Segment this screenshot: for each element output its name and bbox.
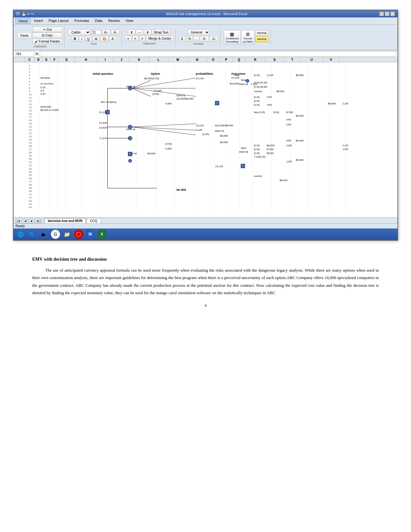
taskbar: 🌐 🔵 ▶ G 📁 ⭕ W X	[14, 228, 397, 240]
underline-button[interactable]: U	[85, 36, 92, 42]
svg-text:24,625: 24,625	[99, 126, 107, 129]
taskbar-icon-play[interactable]: ▶	[39, 230, 48, 239]
quick-access: 💾 ↩ ↪	[22, 12, 34, 16]
svg-text:2,125: 2,125	[343, 102, 348, 105]
svg-rect-165	[128, 152, 132, 156]
col-i[interactable]: I	[97, 57, 113, 62]
paste-button[interactable]: Paste	[17, 32, 32, 39]
align-middle-button[interactable]: ↔	[136, 30, 143, 35]
decimal-decrease-button[interactable]: .0↓	[210, 36, 218, 42]
minimize-btn[interactable]: _	[379, 12, 384, 16]
sheet-nav-prev[interactable]: ◄	[23, 219, 28, 223]
dollar-format-button[interactable]: $	[179, 36, 185, 42]
sheet-nav-last[interactable]: ►|	[35, 219, 42, 223]
menu-home[interactable]: Home	[15, 18, 31, 24]
svg-text:$8,500: $8,500	[296, 74, 304, 77]
col-h[interactable]: H	[75, 57, 97, 62]
col-c[interactable]: C	[25, 57, 34, 62]
menu-insert[interactable]: Insert	[31, 18, 45, 24]
svg-text:10: 10	[29, 93, 32, 96]
doc-paragraph-1: The use of anticipated currency appraisa…	[32, 266, 379, 297]
col-v[interactable]: V	[323, 57, 339, 62]
col-k[interactable]: K	[130, 57, 149, 62]
percent-format-button[interactable]: %	[186, 36, 193, 42]
normal-style-button[interactable]: Normal	[255, 30, 269, 36]
comma-format-button[interactable]: ,	[194, 36, 199, 42]
svg-text:EMV=$: EMV=$	[240, 83, 248, 86]
svg-text:$5,000: $5,000	[296, 114, 304, 117]
align-center-button[interactable]: ≡	[132, 36, 139, 41]
svg-text:15: 15	[29, 109, 32, 112]
format-as-table-button[interactable]: ⊞ Format as Table	[241, 30, 255, 45]
conditional-formatting-button[interactable]: ▦ Conditional Formatting	[224, 30, 240, 45]
col-g[interactable]: G	[59, 57, 75, 62]
corner-cell	[14, 57, 25, 62]
align-left-button[interactable]: ≡	[125, 36, 132, 41]
font-shrink-button[interactable]: A↓	[111, 30, 120, 35]
svg-text:8: 8	[29, 87, 31, 90]
align-top-button[interactable]: ⬆	[128, 30, 135, 35]
bold-button[interactable]: B	[72, 36, 78, 42]
taskbar-icon-blue[interactable]: 🔵	[28, 230, 37, 239]
col-t[interactable]: T	[284, 57, 300, 62]
title-bar: 🗔 💾 ↩ ↪ 964418-risk management v2-excel …	[14, 10, 397, 17]
font-color-button[interactable]: A	[109, 36, 116, 42]
align-bottom-button[interactable]: ⬇	[144, 30, 151, 35]
col-l[interactable]: L	[149, 57, 168, 62]
col-o[interactable]: O	[207, 57, 220, 62]
format-painter-button[interactable]: 🖌 Format Painter	[33, 39, 63, 44]
col-d[interactable]: D	[34, 57, 43, 62]
menu-formulas[interactable]: Formulas	[72, 18, 92, 24]
border-button[interactable]: ⊞	[93, 36, 100, 42]
sheet-tab-eoq[interactable]: EOQ	[87, 218, 101, 223]
neutral-style-button[interactable]: Neutral	[255, 36, 269, 42]
col-u[interactable]: U	[300, 57, 323, 62]
svg-point-87	[128, 136, 132, 140]
copy-button[interactable]: ⧉ Copy	[33, 33, 63, 38]
align-right-button[interactable]: ≡	[139, 36, 146, 41]
col-m[interactable]: M	[168, 57, 188, 62]
taskbar-icon-google[interactable]: G	[51, 230, 60, 239]
taskbar-icon-excel[interactable]: X	[97, 230, 106, 239]
svg-text:(0.25): (0.25)	[254, 152, 260, 155]
sheet-nav-first[interactable]: |◄	[15, 219, 22, 223]
col-q[interactable]: Q	[233, 57, 246, 62]
svg-text:$5,000: $5,000	[296, 159, 304, 161]
font-grow-button[interactable]: A↑	[102, 30, 111, 35]
italic-button[interactable]: I	[79, 36, 84, 42]
alignment-label: Alignment	[143, 42, 156, 45]
maximize-btn[interactable]: □	[385, 12, 389, 16]
menu-review[interactable]: Review	[106, 18, 122, 24]
col-j[interactable]: J	[113, 57, 130, 62]
menu-page-layout[interactable]: Page Layout	[46, 18, 71, 24]
close-btn[interactable]: ✕	[390, 12, 395, 16]
menu-data[interactable]: Data	[92, 18, 105, 24]
col-n[interactable]: N	[188, 57, 207, 62]
formula-input[interactable]	[40, 51, 396, 56]
svg-text:38: 38	[29, 183, 32, 186]
taskbar-icon-folder[interactable]: 📁	[63, 230, 72, 239]
taskbar-icon-circle[interactable]: ⭕	[74, 230, 83, 239]
cell-ref-input[interactable]	[15, 51, 34, 56]
sheet-nav-next[interactable]: ►	[29, 219, 34, 223]
col-e[interactable]: E	[43, 57, 51, 62]
cut-button[interactable]: ✂ Cut	[33, 27, 63, 32]
taskbar-icon-word[interactable]: W	[86, 230, 95, 239]
col-p[interactable]: P	[220, 57, 233, 62]
wrap-text-button[interactable]: Wrap Text	[152, 30, 171, 35]
fill-color-button[interactable]: 🎨	[100, 36, 109, 42]
col-f[interactable]: F	[51, 57, 59, 62]
decimal-increase-button[interactable]: .0↑	[200, 36, 209, 42]
font-size-input[interactable]	[92, 30, 101, 35]
styles-group: ▦ Conditional Formatting ⊞ Format as Tab…	[222, 30, 271, 45]
menu-view[interactable]: View	[123, 18, 136, 24]
number-format-select[interactable]: General	[187, 29, 210, 35]
sheet-tab-decision-tree[interactable]: decision tree and MVN	[44, 218, 86, 223]
col-r[interactable]: R	[246, 57, 265, 62]
font-name-select[interactable]: Calibri	[68, 29, 91, 35]
taskbar-icon-browser[interactable]: 🌐	[16, 230, 25, 239]
svg-text:(0.50): (0.50)	[254, 148, 260, 151]
tree-canvas: 1 2 3 4 5 6 7 8 9 10 11 12 13 14	[14, 63, 397, 217]
merge-center-button[interactable]: Merge & Center	[146, 36, 173, 41]
col-s[interactable]: S	[265, 57, 284, 62]
